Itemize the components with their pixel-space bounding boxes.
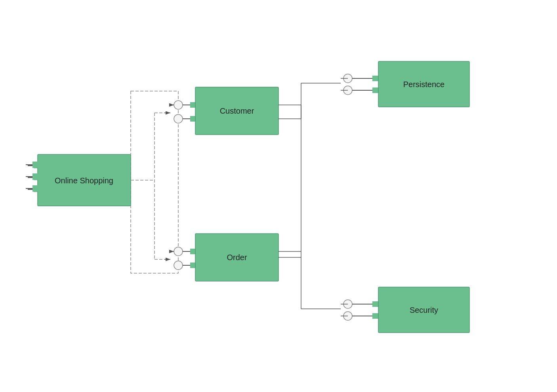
order-node: Order [170,234,278,281]
customer-label: Customer [220,107,254,115]
security-label: Security [410,306,438,314]
order-label: Order [227,253,247,262]
svg-point-17 [174,114,183,123]
security-node: Security [343,287,469,333]
persistence-label: Persistence [403,80,445,89]
svg-point-25 [174,261,183,270]
svg-point-16 [174,101,183,109]
online-shopping-label: Online Shopping [55,176,113,185]
customer-node: Customer [170,87,278,135]
svg-rect-9 [32,173,40,180]
online-shopping-node: Online Shopping [26,154,131,206]
svg-point-24 [174,247,183,256]
svg-rect-8 [32,162,40,168]
svg-rect-10 [32,185,40,192]
persistence-node: Persistence [343,61,469,107]
